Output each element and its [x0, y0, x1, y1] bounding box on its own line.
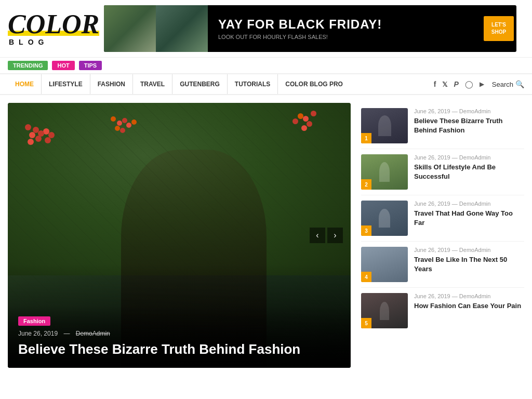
banner-cta[interactable]: LET'SSHOP [484, 16, 514, 41]
nav-item-gutenberg[interactable]: GUTENBERG [172, 74, 228, 94]
article-title[interactable]: How Fashion Can Ease Your Pain [414, 301, 524, 311]
article-item: 5 June 26, 2019 — DemoAdmin How Fashion … [361, 288, 524, 334]
article-title[interactable]: Skills Of Lifestyle And Be Successful [414, 163, 524, 181]
sidebar-articles: 1 June 26, 2019 — DemoAdmin Believe Thes… [361, 103, 524, 368]
article-meta: June 26, 2019 — DemoAdmin [414, 201, 524, 207]
article-thumb[interactable]: 2 [361, 154, 408, 190]
tag-trending[interactable]: TRENDING [8, 61, 48, 70]
article-title[interactable]: Travel That Had Gone Way Too Far [414, 209, 524, 228]
logo[interactable]: COLOR BLOG [8, 11, 96, 46]
article-title[interactable]: Believe These Bizarre Truth Behind Fashi… [414, 116, 524, 135]
article-num-1: 1 [361, 133, 371, 143]
nav-item-fashion[interactable]: FASHION [90, 74, 133, 94]
main-nav: HOME LIFESTYLE FASHION TRAVEL GUTENBERG … [0, 73, 532, 95]
article-meta: June 26, 2019 — DemoAdmin [414, 108, 524, 114]
search-label: Search [492, 81, 513, 88]
nav-item-travel[interactable]: TRAVEL [133, 74, 172, 94]
article-meta: June 26, 2019 — DemoAdmin [414, 247, 524, 253]
article-num-4: 4 [361, 272, 371, 282]
article-item: 2 June 26, 2019 — DemoAdmin Skills Of Li… [361, 149, 524, 195]
slider-prev[interactable]: ‹ [310, 228, 325, 243]
logo-blog-text: BLOG [9, 38, 96, 46]
search-icon: 🔍 [515, 80, 524, 88]
article-meta: June 26, 2019 — DemoAdmin [414, 293, 524, 299]
slider-next[interactable]: › [327, 228, 343, 243]
trending-bar: TRENDING HOT TIPS [0, 58, 532, 73]
article-num-2: 2 [361, 179, 371, 190]
header: COLOR BLOG YAY FOR BLACK FRIDAY! LOOK OU… [0, 0, 532, 58]
featured-date: June 26, 2019 [18, 330, 58, 337]
banner-images [104, 5, 208, 52]
article-thumb[interactable]: 3 [361, 201, 408, 236]
banner-subtitle: LOOK OUT FOR HOURLY FLASH SALES! [218, 34, 473, 40]
featured-caption: Fashion June 26, 2019 — DemoAdmin Believ… [8, 305, 351, 368]
article-content: June 26, 2019 — DemoAdmin Skills Of Life… [414, 154, 524, 181]
article-item: 4 June 26, 2019 — DemoAdmin Travel Be Li… [361, 242, 524, 288]
article-thumb[interactable]: 1 [361, 108, 408, 143]
header-banner: YAY FOR BLACK FRIDAY! LOOK OUT FOR HOURL… [104, 5, 516, 52]
pinterest-icon[interactable]: P [454, 80, 458, 88]
article-num-3: 3 [361, 225, 371, 236]
tag-hot[interactable]: HOT [52, 61, 74, 70]
featured-title: Believe These Bizarre Truth Behind Fashi… [18, 341, 340, 357]
slider-controls: ‹ › [310, 228, 343, 243]
logo-color-text: COLOR [8, 9, 99, 39]
nav-item-tutorials[interactable]: TUTORIALS [228, 74, 278, 94]
nav-item-lifestyle[interactable]: LIFESTYLE [42, 74, 90, 94]
article-thumb[interactable]: 4 [361, 247, 408, 282]
nav-item-home[interactable]: HOME [8, 74, 42, 94]
article-meta: June 26, 2019 — DemoAdmin [414, 154, 524, 161]
main-content: ‹ › Fashion June 26, 2019 — DemoAdmin Be… [0, 95, 532, 376]
nav-item-colorblogpro[interactable]: COLOR BLOG PRO [278, 74, 350, 94]
nav-search[interactable]: Search 🔍 [492, 80, 524, 88]
youtube-icon[interactable]: ▶ [480, 81, 484, 88]
article-content: June 26, 2019 — DemoAdmin How Fashion Ca… [414, 293, 524, 311]
article-content: June 26, 2019 — DemoAdmin Travel That Ha… [414, 201, 524, 228]
article-title[interactable]: Travel Be Like In The Next 50 Years [414, 255, 524, 274]
article-item: 1 June 26, 2019 — DemoAdmin Believe Thes… [361, 103, 524, 149]
featured-category-badge[interactable]: Fashion [18, 316, 50, 326]
banner-content: YAY FOR BLACK FRIDAY! LOOK OUT FOR HOURL… [208, 12, 484, 45]
article-item: 3 June 26, 2019 — DemoAdmin Travel That … [361, 195, 524, 242]
featured-meta: June 26, 2019 — DemoAdmin [18, 330, 340, 337]
banner-title: YAY FOR BLACK FRIDAY! [218, 17, 473, 32]
nav-items: HOME LIFESTYLE FASHION TRAVEL GUTENBERG … [8, 74, 426, 94]
featured-author: DemoAdmin [76, 330, 110, 337]
featured-slider: ‹ › Fashion June 26, 2019 — DemoAdmin Be… [8, 103, 351, 368]
article-thumb[interactable]: 5 [361, 293, 408, 328]
tag-tips[interactable]: TIPS [79, 61, 102, 70]
article-content: June 26, 2019 — DemoAdmin Travel Be Like… [414, 247, 524, 274]
article-content: June 26, 2019 — DemoAdmin Believe These … [414, 108, 524, 135]
facebook-icon[interactable]: f [434, 80, 436, 88]
instagram-icon[interactable]: ◯ [465, 80, 473, 88]
article-num-5: 5 [361, 318, 371, 328]
nav-social: f 𝕏 P ◯ ▶ [434, 80, 484, 88]
twitter-icon[interactable]: 𝕏 [442, 81, 447, 88]
